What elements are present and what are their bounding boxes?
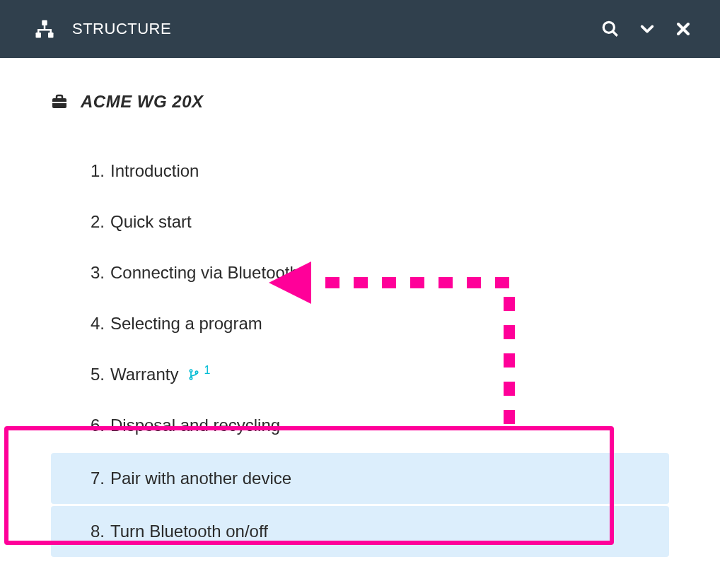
toc-item-number: 7.	[76, 469, 105, 488]
toc-item-label: Turn Bluetooth on/off	[110, 522, 268, 541]
header-bar: STRUCTURE	[0, 0, 720, 58]
project-row[interactable]: ACME WG 20X	[51, 92, 669, 112]
branch-badge: 1	[188, 368, 209, 382]
toc-item[interactable]: 2.Quick start	[51, 196, 669, 247]
toc-item-label: Warranty	[110, 365, 178, 384]
toc-item[interactable]: 5.Warranty1	[51, 349, 669, 400]
toc-item-label: Pair with another device	[110, 469, 291, 488]
svg-rect-5	[37, 29, 40, 33]
close-icon[interactable]	[675, 20, 692, 37]
toc-item-label: Quick start	[110, 212, 192, 232]
toc-item-label: Introduction	[110, 161, 199, 181]
toc-item[interactable]: 1.Introduction	[51, 146, 669, 196]
svg-point-13	[190, 370, 192, 372]
header-actions	[601, 20, 692, 38]
svg-rect-4	[37, 29, 52, 31]
svg-point-14	[190, 377, 192, 380]
svg-rect-0	[42, 20, 47, 26]
toc-item-label: Selecting a program	[110, 314, 262, 334]
toc-item[interactable]: 3.Connecting via Bluetooth	[51, 247, 669, 298]
content-area: ACME WG 20X 1.Introduction2.Quick start3…	[0, 58, 720, 557]
toc-item-label: Connecting via Bluetooth	[110, 263, 299, 283]
project-title: ACME WG 20X	[81, 92, 204, 112]
toc-item[interactable]: 7.Pair with another device	[51, 453, 669, 504]
toc-item-label: Disposal and recycling	[110, 416, 280, 435]
svg-rect-6	[50, 29, 52, 33]
toc-item-number: 6.	[76, 416, 105, 435]
briefcase-icon	[51, 93, 68, 110]
header-title: STRUCTURE	[72, 20, 171, 38]
toc-item-number: 1.	[76, 161, 105, 181]
sitemap-icon	[34, 18, 55, 40]
toc-item-number: 5.	[76, 365, 105, 384]
toc-item[interactable]: 6.Disposal and recycling	[51, 400, 669, 451]
toc-item-number: 4.	[76, 314, 105, 334]
branch-icon	[188, 368, 199, 382]
chevron-down-icon[interactable]	[639, 21, 655, 37]
svg-point-15	[196, 371, 198, 373]
toc-item-number: 3.	[76, 263, 105, 283]
svg-point-7	[603, 22, 614, 33]
toc-item-number: 2.	[76, 212, 105, 232]
toc-list: 1.Introduction2.Quick start3.Connecting …	[51, 146, 669, 557]
toc-item[interactable]: 8.Turn Bluetooth on/off	[51, 506, 669, 557]
search-icon[interactable]	[601, 20, 620, 38]
svg-rect-12	[52, 102, 66, 103]
toc-item[interactable]: 4.Selecting a program	[51, 298, 669, 349]
svg-line-8	[612, 31, 617, 36]
header-left: STRUCTURE	[34, 18, 601, 40]
branch-count: 1	[204, 365, 210, 376]
toc-item-number: 8.	[76, 522, 105, 541]
